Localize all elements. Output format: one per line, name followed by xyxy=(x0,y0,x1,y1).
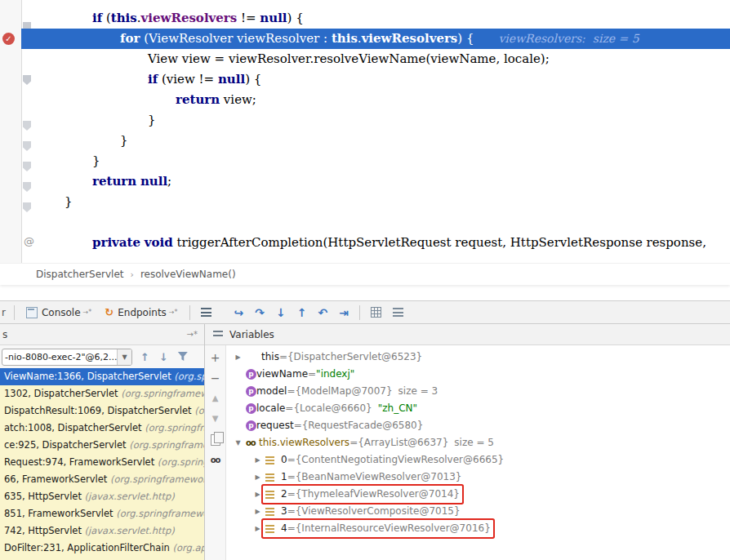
chevron-collapsed-icon[interactable]: ▶ xyxy=(252,486,263,503)
step-out-icon[interactable]: ↑ xyxy=(297,306,307,319)
variable-value: {DispatcherServlet@6523} xyxy=(287,349,422,366)
drop-frame-icon[interactable]: ↶ xyxy=(318,306,328,319)
variable-row[interactable]: ▶1 = {BeanNameViewResolver@7013} xyxy=(226,469,730,486)
view-options-icon[interactable] xyxy=(393,308,403,317)
chevron-collapsed-icon[interactable]: ▶ xyxy=(252,451,263,469)
chevron-down-icon[interactable]: ▼ xyxy=(117,349,131,365)
breadcrumb-item-method[interactable]: resolveViewName() xyxy=(140,269,236,280)
layout-grid-icon[interactable] xyxy=(371,307,381,318)
code-line[interactable]: return null; xyxy=(21,171,730,192)
show-execution-point-icon[interactable]: ↪ xyxy=(234,306,244,319)
code-line[interactable]: } xyxy=(21,131,730,151)
code-lines[interactable]: if (this.viewResolvers != null) {for (Vi… xyxy=(21,8,730,253)
variables-panel: Variables +−▲▼oo ▶this = {DispatcherServ… xyxy=(205,324,730,560)
variable-name: viewName xyxy=(256,366,308,383)
chevron-expanded-icon[interactable]: ▼ xyxy=(233,434,243,451)
hide-frames-filter-icon[interactable] xyxy=(178,352,188,362)
code-line[interactable]: } xyxy=(21,110,730,131)
chevron-collapsed-icon[interactable]: ▶ xyxy=(233,349,243,366)
equals-sign: = xyxy=(287,469,296,486)
frame-location: ViewName:1366, DispatcherServlet xyxy=(4,371,174,382)
run-to-cursor-icon[interactable]: ⇥ xyxy=(339,306,349,319)
step-over-icon[interactable]: ↷ xyxy=(255,306,265,319)
code-line[interactable]: } xyxy=(21,151,730,171)
variable-content: oothis.viewResolvers = {ArrayList@6637}s… xyxy=(243,434,496,451)
menu-icon[interactable] xyxy=(201,308,211,317)
tab-console[interactable]: Console→* xyxy=(20,301,98,323)
code-line[interactable]: } xyxy=(21,192,730,212)
frame-location: 635, HttpServlet xyxy=(4,491,85,502)
frames-list[interactable]: ViewName:1366, DispatcherServlet (org.sp… xyxy=(0,368,204,560)
variable-row[interactable]: plocale = {Locale@6660}"zh_CN" xyxy=(226,400,730,417)
variable-row[interactable]: ▶3 = {ViewResolverComposite@7015} xyxy=(226,503,730,520)
variables-panel-title: Variables xyxy=(229,329,274,340)
move-down-icon[interactable]: ▼ xyxy=(205,410,225,430)
variable-row[interactable]: ▶4 = {InternalResourceViewResolver@7016} xyxy=(226,520,730,537)
frame-location: DoFilter:231, ApplicationFilterChain xyxy=(4,542,173,553)
frame-package: (javax.servlet.http) xyxy=(85,525,175,536)
stack-frame[interactable]: 742, HttpServlet (javax.servlet.http) xyxy=(0,522,204,540)
duplicate-watch-icon[interactable] xyxy=(211,434,220,446)
code-line[interactable]: private void triggerAfterCompletion(Http… xyxy=(21,233,730,253)
variable-row[interactable]: prequest = {RequestFacade@6580} xyxy=(226,417,730,434)
add-watch-icon[interactable]: + xyxy=(205,349,225,369)
code-token: null xyxy=(140,174,167,189)
chevron-collapsed-icon[interactable]: ▶ xyxy=(252,520,263,537)
frames-pin-icon[interactable]: →* xyxy=(187,330,198,339)
stack-frame[interactable]: ce:925, DispatcherServlet (org.springfra… xyxy=(0,437,204,454)
variable-value: {BeanNameViewResolver@7013} xyxy=(296,469,462,486)
code-line[interactable]: return view; xyxy=(21,90,730,110)
array-element-icon xyxy=(265,490,277,500)
stack-frame[interactable]: DispatchResult:1069, DispatcherServlet (… xyxy=(0,402,204,420)
tab-console-pin-icon: →* xyxy=(83,309,92,316)
move-up-icon[interactable]: ▲ xyxy=(205,389,225,410)
tab-endpoints[interactable]: ↻Endpoints→* xyxy=(98,301,184,323)
code-line[interactable]: if (view != null) { xyxy=(21,69,730,90)
variable-extra: "zh_CN" xyxy=(378,400,417,417)
stack-frame[interactable]: Request:974, FrameworkServlet (org.sprin… xyxy=(0,454,204,471)
variable-row[interactable]: ▶0 = {ContentNegotiatingViewResolver@666… xyxy=(226,451,730,469)
step-into-icon[interactable]: ↓ xyxy=(276,306,286,319)
code-line[interactable]: View view = viewResolver.resolveViewName… xyxy=(21,49,730,69)
chevron-collapsed-icon[interactable]: ▶ xyxy=(252,469,263,486)
variables-menu-icon[interactable] xyxy=(213,331,223,338)
stack-frame[interactable]: atch:1008, DispatcherServlet (org.spring… xyxy=(0,420,204,437)
variable-row[interactable]: pviewName = "indexj" xyxy=(226,366,730,383)
stack-frame[interactable]: 66, FrameworkServlet (org.springframewor xyxy=(0,471,204,488)
variable-row[interactable]: ▶2 = {ThymeleafViewResolver@7014} xyxy=(226,486,730,503)
stack-frame[interactable]: DoFilter:231, ApplicationFilterChain (or… xyxy=(0,540,204,557)
code-token: view; xyxy=(220,92,256,107)
tab-console-label: Console xyxy=(42,307,81,318)
remove-watch-icon[interactable]: − xyxy=(205,369,225,389)
thread-selector[interactable]: -nio-8080-exec-2"@6,2... ▼ xyxy=(2,349,132,366)
show-watches-icon[interactable]: oo xyxy=(205,452,225,473)
toolbar-separator xyxy=(189,305,190,320)
variables-tree[interactable]: ▶this = {DispatcherServlet@6523}pviewNam… xyxy=(226,345,730,560)
stack-frame[interactable]: 635, HttpServlet (javax.servlet.http) xyxy=(0,488,204,505)
variable-name: 3 xyxy=(281,503,287,520)
breadcrumb-item-class[interactable]: DispatcherServlet xyxy=(36,269,123,280)
code-line[interactable] xyxy=(21,212,730,233)
array-element-icon xyxy=(265,507,277,517)
code-token: ) { xyxy=(457,31,474,46)
frame-package: (org.springframewor xyxy=(110,473,204,485)
stack-frame[interactable]: ViewName:1366, DispatcherServlet (org.sp… xyxy=(0,368,204,385)
code-token: if xyxy=(148,72,158,87)
variable-row[interactable]: ▼oothis.viewResolvers = {ArrayList@6637}… xyxy=(226,434,730,451)
chevron-collapsed-icon[interactable]: ▶ xyxy=(252,503,263,520)
frame-location: ce:925, DispatcherServlet xyxy=(4,439,129,451)
code-line[interactable]: if (this.viewResolvers != null) { xyxy=(21,8,730,29)
frame-package: (org.springframewo xyxy=(116,508,204,519)
next-frame-icon[interactable]: ↓ xyxy=(159,351,168,363)
code-token: View view = viewResolver.resolveViewName… xyxy=(148,51,550,66)
stack-frame[interactable]: 851, FrameworkServlet (org.springframewo xyxy=(0,505,204,522)
execution-line[interactable]: for (ViewResolver viewResolver : this.vi… xyxy=(21,29,730,49)
prev-frame-icon[interactable]: ↑ xyxy=(140,351,149,363)
variable-content: prequest = {RequestFacade@6580} xyxy=(243,417,425,434)
frame-location: 1302, DispatcherServlet xyxy=(4,388,121,399)
variable-content: 3 = {ViewResolverComposite@7015} xyxy=(263,503,463,520)
verified-breakpoint-icon[interactable]: ✓ xyxy=(2,33,15,45)
variable-row[interactable]: pmodel = {ModelMap@7007}size = 3 xyxy=(226,383,730,400)
stack-frame[interactable]: 1302, DispatcherServlet (org.springframe… xyxy=(0,385,204,402)
variable-row[interactable]: ▶this = {DispatcherServlet@6523} xyxy=(226,349,730,366)
